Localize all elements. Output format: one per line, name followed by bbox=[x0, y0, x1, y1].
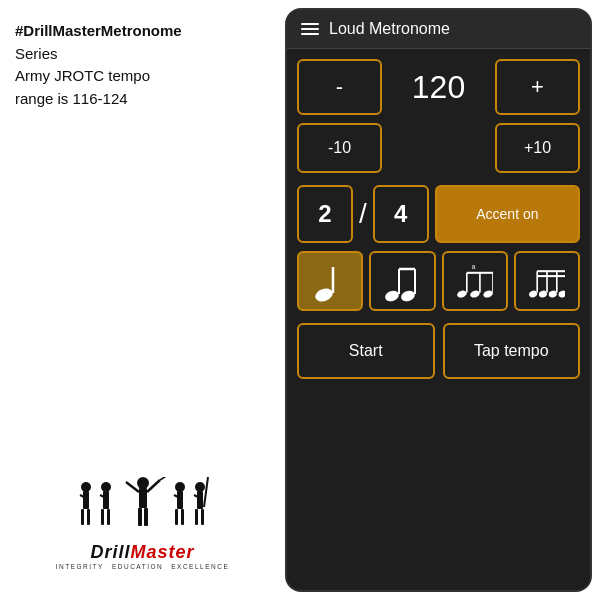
decrease-tempo-button[interactable]: - bbox=[297, 59, 382, 115]
brand-suffix: Master bbox=[130, 542, 194, 562]
tempo-display: 120 bbox=[390, 69, 487, 106]
drillmaster-logo: DrillMaster Integrity Education Excellen… bbox=[15, 467, 270, 580]
eighth-note-icon bbox=[384, 259, 420, 303]
svg-rect-20 bbox=[175, 509, 178, 525]
drillmaster-silhouette bbox=[68, 477, 218, 542]
svg-rect-4 bbox=[87, 509, 90, 525]
svg-rect-23 bbox=[197, 491, 203, 509]
tagline-excellence: Excellence bbox=[171, 563, 229, 570]
svg-point-49 bbox=[557, 290, 564, 299]
svg-text:a: a bbox=[471, 263, 475, 270]
svg-rect-15 bbox=[138, 508, 142, 526]
quarter-note-icon bbox=[312, 259, 348, 303]
hamburger-line-2 bbox=[301, 28, 319, 30]
svg-point-38 bbox=[469, 289, 480, 299]
left-panel: #DrillMasterMetronome Series Army JROTC … bbox=[0, 0, 285, 600]
svg-rect-3 bbox=[81, 509, 84, 525]
start-button[interactable]: Start bbox=[297, 323, 435, 379]
phone: Loud Metronome - 120 + -10 +10 2 / 4 Acc… bbox=[285, 8, 592, 592]
svg-rect-6 bbox=[103, 491, 109, 509]
decrease-10-button[interactable]: -10 bbox=[297, 123, 382, 173]
svg-rect-16 bbox=[144, 508, 148, 526]
svg-rect-9 bbox=[107, 509, 110, 525]
accent-button[interactable]: Accent on bbox=[435, 185, 580, 243]
series-line: Series bbox=[15, 45, 58, 62]
svg-point-32 bbox=[400, 289, 417, 303]
app-body: - 120 + -10 +10 2 / 4 Accent on bbox=[287, 49, 590, 590]
time-signature-row: 2 / 4 Accent on bbox=[297, 185, 580, 243]
svg-rect-11 bbox=[139, 488, 147, 508]
tempo-control-row: - 120 + bbox=[297, 59, 580, 115]
tagline-education: Education bbox=[112, 563, 163, 570]
tempo-range-line2: range is 116-124 bbox=[15, 90, 128, 107]
sixteenth-note-icon bbox=[529, 259, 565, 303]
tap-tempo-button[interactable]: Tap tempo bbox=[443, 323, 581, 379]
svg-point-5 bbox=[101, 482, 111, 492]
svg-point-17 bbox=[175, 482, 185, 492]
increase-10-button[interactable]: +10 bbox=[495, 123, 580, 173]
app-title: Loud Metronome bbox=[329, 20, 450, 38]
beat-denominator-button[interactable]: 4 bbox=[373, 185, 429, 243]
svg-line-25 bbox=[204, 477, 208, 507]
svg-point-40 bbox=[482, 289, 493, 299]
menu-button[interactable] bbox=[301, 23, 319, 35]
tempo-range-line1: Army JROTC tempo bbox=[15, 67, 150, 84]
hamburger-line-1 bbox=[301, 23, 319, 25]
svg-point-28 bbox=[314, 286, 335, 303]
svg-point-22 bbox=[195, 482, 205, 492]
svg-rect-21 bbox=[181, 509, 184, 525]
svg-point-10 bbox=[137, 477, 149, 489]
brand-tagline: Integrity Education Excellence bbox=[56, 563, 229, 570]
quarter-note-button[interactable] bbox=[297, 251, 363, 311]
brand-name: DrillMaster bbox=[90, 542, 194, 563]
increase-tempo-button[interactable]: + bbox=[495, 59, 580, 115]
svg-rect-8 bbox=[101, 509, 104, 525]
svg-line-13 bbox=[147, 480, 160, 492]
tagline-integrity: Integrity bbox=[56, 563, 104, 570]
svg-rect-18 bbox=[177, 491, 183, 509]
pm10-row: -10 +10 bbox=[297, 123, 580, 173]
hashtag-line: #DrillMasterMetronome bbox=[15, 22, 182, 39]
svg-line-14 bbox=[160, 477, 168, 480]
note-duration-row: a bbox=[297, 251, 580, 311]
svg-point-30 bbox=[384, 289, 400, 303]
svg-point-0 bbox=[81, 482, 91, 492]
svg-rect-1 bbox=[83, 491, 89, 509]
eighth-note-button[interactable] bbox=[369, 251, 435, 311]
app-header: Loud Metronome bbox=[287, 10, 590, 49]
triplet-note-button[interactable]: a bbox=[442, 251, 508, 311]
svg-rect-27 bbox=[201, 509, 204, 525]
bottom-buttons-row: Start Tap tempo bbox=[297, 323, 580, 379]
triplet-note-icon: a bbox=[457, 259, 493, 303]
phone-container: Loud Metronome - 120 + -10 +10 2 / 4 Acc… bbox=[285, 0, 600, 600]
svg-rect-26 bbox=[195, 509, 198, 525]
beat-numerator-button[interactable]: 2 bbox=[297, 185, 353, 243]
sixteenth-note-button[interactable] bbox=[514, 251, 580, 311]
brand-prefix: Drill bbox=[90, 542, 130, 562]
slash-divider: / bbox=[359, 198, 367, 230]
description-text: #DrillMasterMetronome Series Army JROTC … bbox=[15, 20, 270, 110]
hamburger-line-3 bbox=[301, 33, 319, 35]
